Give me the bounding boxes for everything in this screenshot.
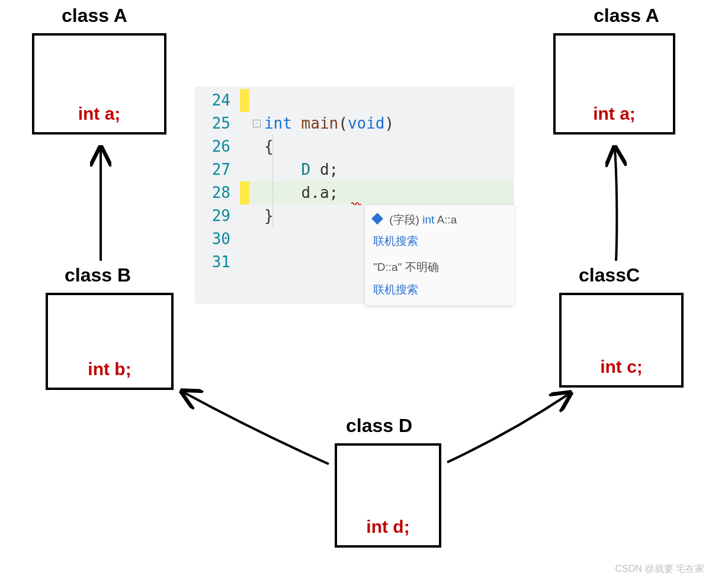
box-class-c: int c; bbox=[559, 293, 684, 388]
intellisense-tooltip: (字段) int A::a 联机搜索 "D::a" 不明确 联机搜索 bbox=[365, 204, 514, 305]
box-class-a-right: int a; bbox=[553, 33, 675, 135]
line-number: 28 bbox=[195, 181, 236, 204]
code-line-28: d.a; bbox=[236, 181, 514, 204]
code-line-25: int main(void) bbox=[236, 112, 514, 135]
tooltip-error-text: "D::a" 不明确 bbox=[373, 260, 506, 275]
label-class-d: class D bbox=[346, 415, 412, 437]
member-class-b: int b; bbox=[48, 359, 171, 379]
member-class-c: int c; bbox=[562, 357, 681, 377]
brace-open: { bbox=[264, 137, 274, 155]
member-class-d: int d; bbox=[337, 517, 439, 537]
label-class-c: classC bbox=[579, 264, 640, 286]
code-line-26: { bbox=[236, 135, 514, 158]
diagram-canvas: { "classes": { "a1": {"label":"class A",… bbox=[0, 0, 728, 579]
label-class-b: class B bbox=[65, 264, 131, 286]
paren-open: ( bbox=[338, 114, 348, 132]
txt-d: d; bbox=[320, 161, 338, 178]
code-editor: 24 25 26 27 28 29 30 31 - int main(void)… bbox=[195, 87, 514, 304]
line-number: 30 bbox=[195, 228, 236, 251]
line-number: 26 bbox=[195, 135, 236, 158]
tooltip-field-name: A::a bbox=[437, 213, 457, 226]
line-number: 27 bbox=[195, 158, 236, 181]
tooltip-search-link-2[interactable]: 联机搜索 bbox=[373, 282, 506, 298]
paren-close: ) bbox=[385, 114, 395, 132]
member-class-a-right: int a; bbox=[556, 104, 673, 124]
tooltip-field-type: int bbox=[422, 213, 437, 226]
kw-void: void bbox=[348, 114, 385, 132]
box-class-b: int b; bbox=[46, 293, 174, 390]
field-icon bbox=[371, 213, 383, 225]
line-number: 24 bbox=[195, 89, 236, 112]
line-number-gutter: 24 25 26 27 28 29 30 31 bbox=[195, 87, 236, 304]
brace-close: } bbox=[264, 207, 274, 225]
tooltip-field-label: (字段) bbox=[389, 213, 422, 226]
watermark: CSDN @就要 宅在家 bbox=[615, 563, 704, 575]
error-squiggle bbox=[351, 201, 362, 205]
type-d: D bbox=[302, 161, 320, 178]
line-number: 31 bbox=[195, 251, 236, 274]
expr-da: d.a; bbox=[302, 184, 339, 201]
line-number: 25 bbox=[195, 112, 236, 135]
tooltip-search-link[interactable]: 联机搜索 bbox=[373, 233, 506, 249]
code-line-27: D d; bbox=[236, 158, 514, 181]
kw-int: int bbox=[264, 114, 302, 132]
box-class-a-left: int a; bbox=[32, 33, 166, 135]
label-class-a-left: class A bbox=[62, 5, 127, 27]
code-line-24 bbox=[236, 89, 514, 112]
box-class-d: int d; bbox=[335, 443, 441, 548]
line-number: 29 bbox=[195, 204, 236, 228]
member-class-a-left: int a; bbox=[34, 104, 164, 124]
label-class-a-right: class A bbox=[594, 5, 659, 27]
fn-main: main bbox=[302, 114, 339, 132]
tooltip-field-row: (字段) int A::a bbox=[373, 212, 506, 228]
